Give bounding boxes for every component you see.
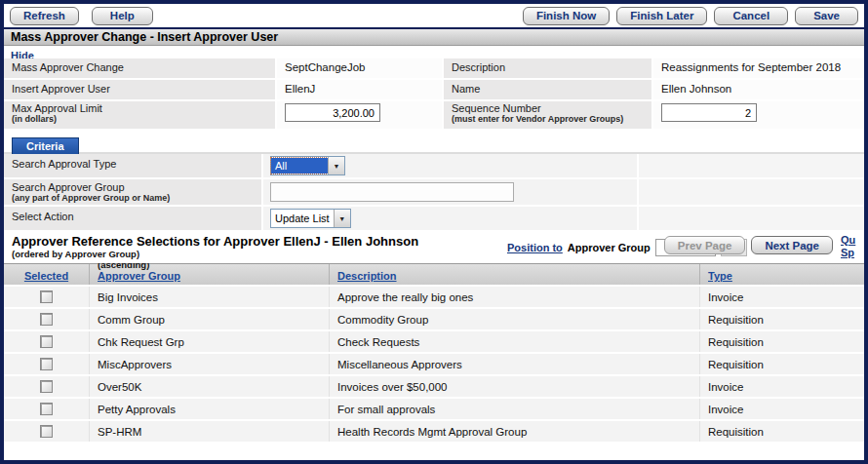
toolbar-right-group: Finish Now Finish Later Cancel Save — [523, 7, 858, 25]
position-to-link[interactable]: Position to — [507, 242, 563, 253]
description-label: Description — [444, 58, 653, 78]
name-value: Ellen Johnson — [653, 80, 864, 99]
approver-group-cell: Chk Request Grp — [90, 331, 330, 352]
mass-approver-change-label: Mass Approver Change — [4, 58, 277, 78]
approver-group-cell: Petty Approvals — [90, 399, 330, 419]
search-approver-group-label: Search Approver Group (any part of Appro… — [4, 179, 263, 205]
column-header-description: Description — [330, 264, 700, 285]
selected-cell — [4, 354, 90, 374]
chevron-down-icon: ▼ — [328, 157, 344, 174]
search-approver-group-cell — [263, 179, 639, 205]
clipped-links: Qu Sp — [841, 234, 862, 259]
table-row: SP-HRM Health Records Mgmt Approval Grou… — [4, 421, 864, 444]
table-header-row: Selected (ascending) Approver Group Desc… — [4, 263, 864, 287]
type-sort-link[interactable]: Type — [708, 270, 856, 282]
mass-approver-change-window: Refresh Help Finish Now Finish Later Can… — [0, 0, 868, 464]
cancel-button[interactable]: Cancel — [714, 7, 788, 25]
insert-approver-user-value: EllenJ — [277, 80, 444, 99]
page-title: Mass Approver Change - Insert Approver U… — [4, 27, 864, 46]
type-cell: Invoice — [700, 399, 864, 419]
selected-cell — [4, 331, 90, 352]
table-row: MiscApprovers Miscellaneous Approvers Re… — [4, 354, 864, 376]
form-row-limits: Max Approval Limit (in dollars) Sequence… — [4, 101, 864, 131]
criteria-spacer-cell — [639, 207, 864, 230]
clipped-link-2[interactable]: Sp — [841, 247, 862, 259]
sequence-number-cell — [653, 101, 864, 129]
max-approval-limit-label: Max Approval Limit (in dollars) — [4, 101, 277, 129]
criteria-row-approver-group: Search Approver Group (any part of Appro… — [4, 179, 864, 207]
approver-group-cell: MiscApprovers — [90, 354, 330, 374]
row-checkbox[interactable] — [40, 290, 53, 303]
select-action-select[interactable]: Update List ▼ — [270, 209, 351, 228]
row-checkbox[interactable] — [40, 425, 53, 438]
sequence-number-sublabel: (must enter for Vendor Approver Groups) — [452, 114, 644, 124]
search-approval-type-selected-value: All — [271, 158, 328, 174]
type-cell: Requisition — [700, 331, 864, 352]
search-approval-type-select[interactable]: All ▼ — [270, 156, 345, 175]
type-cell: Invoice — [700, 376, 864, 397]
position-to-field-label: Approver Group — [568, 242, 651, 253]
selected-sort-link[interactable]: Selected — [24, 270, 68, 282]
description-sort-link[interactable]: Description — [337, 270, 691, 282]
type-cell: Invoice — [700, 287, 864, 307]
insert-approver-user-label: Insert Approver User — [4, 80, 277, 99]
row-checkbox[interactable] — [40, 358, 53, 370]
search-approval-type-cell: All ▼ — [263, 154, 639, 177]
description-cell: For small approvals — [330, 399, 700, 419]
criteria-spacer-cell — [639, 154, 864, 177]
tab-criteria[interactable]: Criteria — [12, 137, 79, 155]
max-approval-limit-label-text: Max Approval Limit — [12, 102, 267, 114]
table-row: Petty Approvals For small approvals Invo… — [4, 399, 864, 421]
description-cell: Invoices over $50,000 — [330, 376, 700, 397]
description-cell: Commodity Group — [330, 309, 700, 329]
max-approval-limit-input[interactable] — [285, 103, 380, 122]
selected-cell — [4, 309, 90, 329]
approver-group-cell: Over50K — [90, 376, 330, 397]
description-value: Reassignments for September 2018 — [653, 58, 864, 78]
approver-group-cell: Big Invoices — [90, 287, 330, 307]
select-action-cell: Update List ▼ — [263, 207, 639, 230]
max-approval-limit-sublabel: (in dollars) — [12, 114, 267, 124]
description-cell: Health Records Mgmt Approval Group — [330, 421, 700, 442]
sequence-number-label: Sequence Number (must enter for Vendor A… — [444, 101, 653, 129]
finish-now-button[interactable]: Finish Now — [523, 7, 610, 25]
paging-buttons: Prev Page Next Page — [664, 236, 833, 254]
row-checkbox[interactable] — [40, 335, 53, 348]
criteria-section: Search Approval Type All ▼ Search Approv… — [4, 154, 864, 232]
toolbar: Refresh Help Finish Now Finish Later Can… — [4, 4, 864, 27]
toolbar-left-group: Refresh Help — [10, 7, 153, 25]
search-approver-group-input[interactable] — [270, 182, 514, 202]
row-checkbox[interactable] — [40, 313, 53, 326]
save-button[interactable]: Save — [795, 7, 858, 25]
search-approval-type-label: Search Approval Type — [4, 154, 263, 177]
approver-group-sort-link[interactable]: Approver Group — [98, 270, 321, 282]
selected-cell — [4, 287, 90, 307]
table-row: Comm Group Commodity Group Requisition — [4, 309, 864, 331]
row-checkbox[interactable] — [40, 403, 53, 415]
criteria-row-approval-type: Search Approval Type All ▼ — [4, 154, 864, 179]
name-label: Name — [444, 80, 653, 99]
selected-cell — [4, 399, 90, 419]
refresh-button[interactable]: Refresh — [10, 7, 79, 25]
selected-cell — [4, 421, 90, 442]
select-action-selected-value: Update List — [271, 211, 334, 226]
approver-reference-table: Selected (ascending) Approver Group Desc… — [4, 263, 864, 444]
type-cell: Requisition — [700, 309, 864, 329]
chevron-down-icon: ▼ — [334, 210, 350, 227]
type-cell: Requisition — [700, 354, 864, 374]
next-page-button[interactable]: Next Page — [751, 236, 833, 254]
prev-page-button[interactable]: Prev Page — [664, 236, 746, 254]
selected-cell — [4, 376, 90, 397]
header-form: Mass Approver Change SeptChangeJob Descr… — [4, 58, 864, 131]
column-header-type: Type — [700, 264, 864, 285]
row-checkbox[interactable] — [40, 380, 53, 393]
help-button[interactable]: Help — [92, 7, 153, 25]
finish-later-button[interactable]: Finish Later — [616, 7, 707, 25]
clipped-link-1[interactable]: Qu — [841, 234, 862, 247]
hide-row: Hide — [4, 46, 864, 58]
form-row-user: Insert Approver User EllenJ Name Ellen J… — [4, 80, 864, 101]
sequence-number-input[interactable] — [661, 103, 757, 122]
type-cell: Requisition — [700, 421, 864, 442]
search-approver-group-sublabel: (any part of Approver Group or Name) — [12, 193, 254, 203]
selections-header: Approver Reference Selections for Approv… — [4, 232, 864, 263]
